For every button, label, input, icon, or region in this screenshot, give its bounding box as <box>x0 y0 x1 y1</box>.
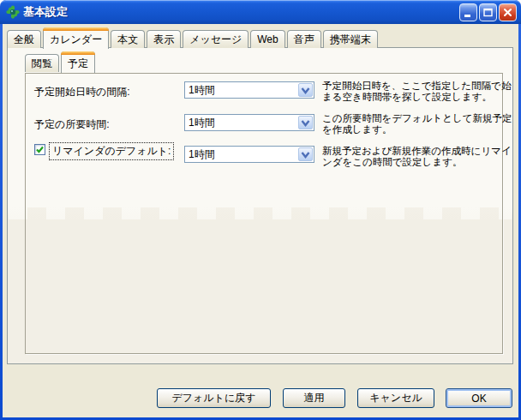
ok-button[interactable]: OK <box>446 388 512 408</box>
app-icon <box>6 5 20 19</box>
sub-tab-strip: 閲覧 予定 <box>25 50 95 72</box>
tab-mobile[interactable]: 携帯端末 <box>323 30 378 48</box>
window-title: 基本設定 <box>23 4 459 20</box>
dialog-window: 基本設定 <box>0 0 521 420</box>
reminder-select[interactable]: 1時間 <box>184 146 314 163</box>
main-tab-strip: 全般 カレンダー 本文 表示 メッセージ Web 音声 携帯端末 <box>7 27 378 48</box>
subtab-schedule[interactable]: 予定 <box>61 51 95 73</box>
tab-web[interactable]: Web <box>250 30 284 48</box>
minimize-icon <box>463 7 474 18</box>
title-bar[interactable]: 基本設定 <box>0 0 521 24</box>
reminder-label[interactable]: リマインダのデフォルト: <box>49 142 174 160</box>
duration-select[interactable]: 1時間 <box>184 114 314 131</box>
tab-display[interactable]: 表示 <box>147 30 181 48</box>
start-interval-value: 1時間 <box>185 83 298 98</box>
cancel-button[interactable]: キャンセル <box>357 388 434 408</box>
subtab-browse[interactable]: 閲覧 <box>25 54 59 72</box>
duration-dropdown-button[interactable] <box>298 116 313 129</box>
duration-value: 1時間 <box>185 116 298 130</box>
calendar-tab-page: 閲覧 予定 予定開始日時の間隔: 1時間 予定開始日時を、ここで指定した間隔で始… <box>7 47 513 364</box>
chevron-down-icon <box>301 151 310 159</box>
duration-label: 予定の所要時間: <box>34 117 110 132</box>
reminder-checkbox[interactable] <box>34 144 45 155</box>
start-interval-select[interactable]: 1時間 <box>184 81 314 99</box>
tab-calendar[interactable]: カレンダー <box>43 27 109 49</box>
tab-voice[interactable]: 音声 <box>287 30 321 48</box>
tab-body[interactable]: 本文 <box>111 30 145 48</box>
checkmark-icon <box>35 145 45 154</box>
tab-message[interactable]: メッセージ <box>183 30 249 48</box>
chevron-down-icon <box>301 119 310 127</box>
reminder-description: 新規予定および新規作業の作成時にリマインダをこの時間で設定します。 <box>322 146 518 168</box>
reminder-dropdown-button[interactable] <box>298 147 313 161</box>
maximize-button[interactable] <box>479 3 497 21</box>
maximize-icon <box>482 7 494 18</box>
restore-defaults-button[interactable]: デフォルトに戻す <box>157 388 271 408</box>
duration-description: この所要時間をデフォルトとして新規予定を作成します。 <box>322 113 518 135</box>
close-icon <box>502 7 513 18</box>
start-interval-label: 予定開始日時の間隔: <box>34 85 130 99</box>
tab-general[interactable]: 全般 <box>7 30 41 48</box>
minimize-button[interactable] <box>459 3 477 21</box>
dialog-client-area: 全般 カレンダー 本文 表示 メッセージ Web 音声 携帯端末 閲覧 予定 予… <box>3 24 518 417</box>
schedule-group-frame: 予定開始日時の間隔: 1時間 予定開始日時を、ここで指定した間隔で始まる空き時間… <box>25 73 503 354</box>
close-button[interactable] <box>499 3 517 21</box>
chevron-down-icon <box>301 87 310 94</box>
apply-button[interactable]: 適用 <box>283 388 345 408</box>
start-interval-description: 予定開始日時を、ここで指定した間隔で始まる空き時間帯を探して設定します。 <box>322 81 518 103</box>
reminder-value: 1時間 <box>185 147 298 162</box>
start-interval-dropdown-button[interactable] <box>298 83 313 97</box>
